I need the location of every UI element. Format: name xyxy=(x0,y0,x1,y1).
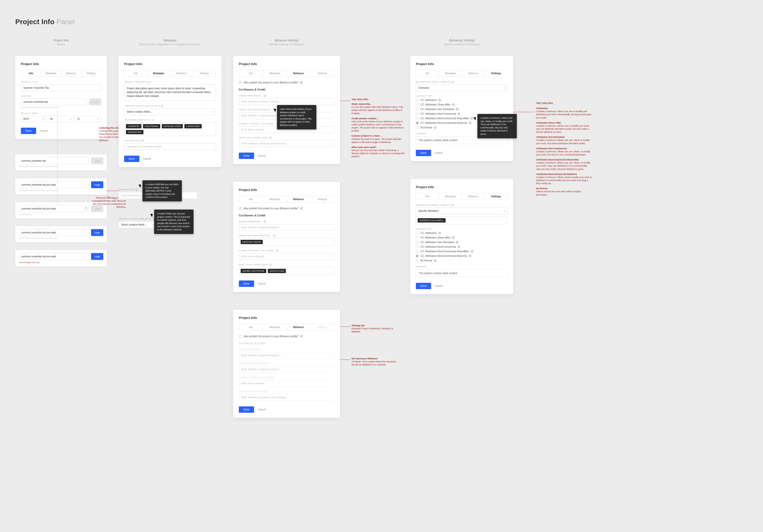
done-button[interactable]: Done xyxy=(239,280,254,287)
keyword-chip[interactable]: YOSEMITE xyxy=(126,124,142,128)
tab-settings[interactable]: Settings xyxy=(81,70,101,76)
member-chipset[interactable]: ANDREW COULDWELL xyxy=(416,216,508,224)
tab-behance[interactable]: Behance xyxy=(287,196,311,202)
license-radio[interactable] xyxy=(416,108,419,111)
share-ownership-input[interactable] xyxy=(239,224,334,231)
cancel-button[interactable]: Cancel xyxy=(435,284,443,287)
license-radio[interactable] xyxy=(416,246,419,248)
member-chip[interactable]: ANDREW COULDWELL xyxy=(418,218,446,223)
tools-input[interactable] xyxy=(239,140,334,147)
done-button[interactable]: Done xyxy=(124,156,139,162)
license-radio[interactable] xyxy=(416,103,419,106)
license-radio[interactable] xyxy=(416,241,419,244)
slug-input[interactable] xyxy=(19,205,89,212)
keyword-chip[interactable]: NATIONAL PARK xyxy=(162,124,183,128)
cancel-button[interactable]: Cancel xyxy=(258,155,266,157)
publish-checkbox[interactable] xyxy=(239,81,242,84)
note-settings-tab: Settings tab Disabled if 'sync to Behanc… xyxy=(352,324,397,333)
done-button[interactable]: Done xyxy=(239,406,254,413)
visibility-select[interactable]: Specific Members xyxy=(416,207,508,214)
license-radio[interactable] xyxy=(416,250,419,253)
tab-metadata[interactable]: Metadata xyxy=(41,70,61,76)
tab-info[interactable]: Info xyxy=(239,196,263,202)
tab-metadata[interactable]: Metadata xyxy=(263,324,287,330)
tool-chip[interactable]: NIKON D7100 xyxy=(268,269,286,273)
tools-chipset[interactable]: ADOBE LIGHTROOM NIKON D7100 xyxy=(239,267,334,275)
keyword-chip[interactable]: ADVENTURE xyxy=(126,130,144,134)
tab-behance[interactable]: Behance xyxy=(170,70,193,76)
project-title-input[interactable] xyxy=(21,84,101,91)
keyword-chip[interactable]: LANDSCAPE xyxy=(184,124,202,128)
description-textarea[interactable]: Project description goes here, lorem ips… xyxy=(124,84,216,101)
slug-input[interactable] xyxy=(19,229,89,236)
tab-settings[interactable]: Settings xyxy=(310,196,334,202)
tab-info[interactable]: Info xyxy=(416,193,439,200)
cancel-button[interactable]: Cancel xyxy=(258,282,266,285)
keyword-chip[interactable]: CALIFORNIA xyxy=(143,124,160,128)
tab-behance[interactable]: Behance xyxy=(61,70,81,76)
license-radio[interactable] xyxy=(416,236,419,239)
tab-behance[interactable]: Behance xyxy=(462,193,485,200)
slug-input[interactable] xyxy=(19,158,89,164)
slug-input[interactable] xyxy=(19,253,89,260)
tab-settings[interactable]: Settings xyxy=(485,70,507,76)
tab-info[interactable]: Info xyxy=(124,70,147,76)
slug-apply-button[interactable]: Apply xyxy=(91,229,103,236)
slug-apply-button[interactable]: Apply xyxy=(91,181,103,188)
visibility-select[interactable]: Everyone xyxy=(416,84,508,91)
done-button[interactable]: Done xyxy=(21,128,36,134)
connect-team-input[interactable] xyxy=(239,253,334,260)
credit-chip[interactable]: MEAGAN FISHER xyxy=(241,240,263,244)
tab-info[interactable]: Info xyxy=(21,70,41,76)
tab-behance[interactable]: Behance xyxy=(287,324,311,330)
tab-info[interactable]: Info xyxy=(416,70,439,76)
license-radio[interactable] xyxy=(416,255,419,257)
tab-metadata[interactable]: Metadata xyxy=(147,70,170,76)
tool-chip[interactable]: ADOBE LIGHTROOM xyxy=(241,269,266,273)
tab-settings[interactable]: Settings xyxy=(310,70,334,76)
license-radio[interactable] xyxy=(416,112,419,115)
license-radio[interactable] xyxy=(416,117,419,120)
cancel-button[interactable]: Cancel xyxy=(435,152,443,155)
share-ownership-input[interactable] xyxy=(239,98,334,105)
cancel-button[interactable]: Cancel xyxy=(143,158,151,160)
slug-input[interactable] xyxy=(21,98,87,105)
tooltip-custom-field: A custom field that you can tailor to yo… xyxy=(143,180,182,201)
done-button[interactable]: Done xyxy=(416,283,431,289)
done-button[interactable]: Done xyxy=(239,153,254,159)
slug-apply-button[interactable]: Apply xyxy=(89,98,101,105)
cancel-button[interactable]: Cancel xyxy=(40,130,48,132)
tab-behance[interactable]: Behance xyxy=(462,70,485,76)
tab-settings[interactable]: Settings xyxy=(485,193,507,200)
custom-field-input[interactable] xyxy=(124,143,216,150)
tab-metadata[interactable]: Metadata xyxy=(263,196,287,202)
tab-metadata[interactable]: Metadata xyxy=(439,193,462,200)
date-year[interactable]: 2014 xyxy=(21,116,47,122)
tab-metadata[interactable]: Metadata xyxy=(263,70,287,76)
date-day[interactable]: D xyxy=(75,116,101,122)
tab-behance[interactable]: Behance xyxy=(287,70,311,76)
slug-apply-button[interactable]: Apply xyxy=(91,158,103,164)
creative-fields-select[interactable]: Select creative fields… xyxy=(119,221,157,228)
cancel-button[interactable]: Cancel xyxy=(258,408,266,411)
license-radio[interactable] xyxy=(416,126,419,129)
tab-info[interactable]: Info xyxy=(239,70,263,76)
credit-chipset[interactable]: MEAGAN FISHER xyxy=(239,238,334,246)
tab-settings[interactable]: Settings xyxy=(193,70,216,76)
date-month[interactable]: M xyxy=(48,116,74,122)
keyword-chipset[interactable]: YOSEMITE CALIFORNIA NATIONAL PARK LANDSC… xyxy=(124,122,216,136)
creative-fields-select[interactable]: Select creative fields… xyxy=(124,108,216,115)
license-label: CC: Attribution-NonCommercial-ShareAlike xyxy=(420,250,469,253)
tab-metadata[interactable]: Metadata xyxy=(439,70,462,76)
tab-info[interactable]: Info xyxy=(239,324,263,330)
license-radio[interactable] xyxy=(416,122,419,124)
license-radio[interactable] xyxy=(416,232,419,235)
slug-apply-button[interactable]: Apply xyxy=(91,253,103,260)
license-radio[interactable] xyxy=(416,99,419,101)
done-button[interactable]: Done xyxy=(416,150,431,156)
publish-label: Also publish this project to your Behanc… xyxy=(244,81,299,84)
license-radio[interactable] xyxy=(416,259,419,262)
slug-input[interactable] xyxy=(19,181,89,188)
publish-checkbox[interactable] xyxy=(239,335,242,338)
publish-checkbox[interactable] xyxy=(239,207,242,210)
